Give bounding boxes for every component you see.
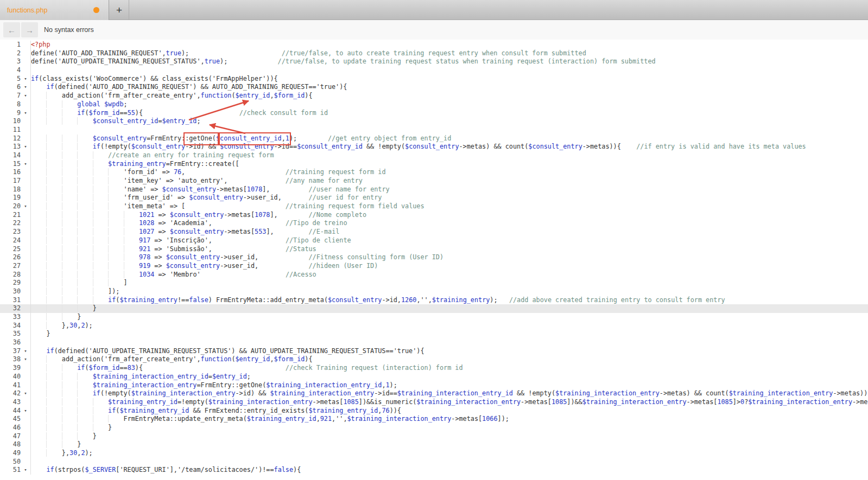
code-text: if(strpos($_SERVER['REQUEST_URI'],'/team… [31,466,301,475]
fold-toggle-icon[interactable]: ▾ [21,143,30,151]
code-line-14[interactable]: 14 //create an entry for training reques… [0,151,868,160]
fold-spacer [21,449,30,458]
fold-toggle-icon[interactable]: ▾ [21,389,30,398]
line-number: 4 [0,66,21,75]
code-line-43[interactable]: 43 $training_entry_id=!empty($training_i… [0,398,868,407]
fold-toggle-icon[interactable]: ▾ [21,466,30,475]
gutter: 43 [0,398,31,407]
code-line-25[interactable]: 25 921 => 'Submissão', //Status [0,245,868,254]
code-line-7[interactable]: 7▾ add_action('frm_after_create_entry',f… [0,92,868,100]
line-number: 5 [0,75,21,84]
code-line-8[interactable]: 8 global $wpdb; [0,100,868,109]
line-number: 37 [0,347,21,356]
code-text: } [31,440,81,449]
code-line-41[interactable]: 41 $training_interaction_entry=FrmEntry:… [0,381,868,390]
code-line-24[interactable]: 24 917 => 'Inscrição', //Tipo de cliente [0,236,868,245]
gutter: 45 [0,415,31,424]
code-line-19[interactable]: 19 'frm_user_id' => $consult_entry->user… [0,194,868,202]
code-line-46[interactable]: 46 } [0,424,868,432]
line-number: 32 [0,304,21,313]
code-text: ] [31,279,128,287]
code-line-40[interactable]: 40 $training_interaction_entry_id=$entry… [0,373,868,381]
line-number: 22 [0,219,21,228]
fold-toggle-icon[interactable]: ▾ [21,347,30,356]
code-line-44[interactable]: 44▾ if($training_entry_id && FrmExtend::… [0,407,868,415]
line-number: 48 [0,440,21,449]
code-line-16[interactable]: 16 'form_id' => 76, //training request f… [0,168,868,177]
fold-spacer [21,194,30,202]
gutter: 22 [0,219,31,228]
fold-toggle-icon[interactable]: ▾ [21,92,30,100]
code-line-37[interactable]: 37▾ if(defined('AUTO_UPDATE_TRAINING_REQ… [0,347,868,356]
back-arrow-icon[interactable]: ← [3,22,20,37]
gutter: 15▾ [0,160,31,169]
code-line-42[interactable]: 42▾ if(!empty($training_interaction_entr… [0,389,868,398]
gutter: 10 [0,117,31,126]
code-line-3[interactable]: 3define('AUTO_UPDATE_TRAINING_REQUEST_ST… [0,57,868,66]
code-line-50[interactable]: 50 [0,458,868,466]
code-line-34[interactable]: 34 },30,2); [0,322,868,330]
code-line-33[interactable]: 33 } [0,313,868,322]
forward-arrow-icon[interactable]: → [21,22,38,37]
code-line-26[interactable]: 26 978 => $consult_entry->user_id, //Fit… [0,253,868,262]
fold-toggle-icon[interactable]: ▾ [21,83,30,92]
fold-spacer [21,373,30,381]
code-line-17[interactable]: 17 'item_key' => 'auto_entry', //any nam… [0,177,868,185]
gutter: 20▾ [0,202,31,211]
code-line-21[interactable]: 21 1021 => $consult_entry->metas[1078], … [0,211,868,220]
code-lines-container: 1<?php2define('AUTO_ADD_TRAINING_REQUEST… [0,41,868,475]
gutter: 50 [0,458,31,466]
code-line-48[interactable]: 48 } [0,440,868,449]
code-line-18[interactable]: 18 'name' => $consult_entry->metas[1078]… [0,185,868,194]
code-line-13[interactable]: 13▾ if(!empty($consult_entry->id) && $co… [0,143,868,151]
code-line-23[interactable]: 23 1027 => $consult_entry->metas[553], /… [0,228,868,236]
code-line-27[interactable]: 27 919 => $consult_entry->user_id, //hid… [0,262,868,271]
code-line-51[interactable]: 51▾ if(strpos($_SERVER['REQUEST_URI'],'/… [0,466,868,475]
code-line-38[interactable]: 38▾ add_action('frm_after_create_entry',… [0,355,868,364]
code-line-31[interactable]: 31 if($training_entry!==false) FrmEntryM… [0,296,868,305]
code-text: 919 => $consult_entry->user_id, //hideen… [31,262,378,271]
line-number: 35 [0,330,21,338]
code-line-39[interactable]: 39 if($form_id==83){ //check Training re… [0,364,868,373]
code-line-6[interactable]: 6▾ if(defined('AUTO_ADD_TRAINING_REQUEST… [0,83,868,92]
code-line-28[interactable]: 28 1034 => 'Membro' //Acesso [0,271,868,279]
code-text: define('AUTO_UPDATE_TRAINING_REQUEST_STA… [31,57,656,66]
code-line-11[interactable]: 11 [0,126,868,135]
code-line-15[interactable]: 15▾ $training_entry=FrmEntry::create([ [0,160,868,169]
code-line-47[interactable]: 47 } [0,432,868,441]
fold-spacer [21,304,30,313]
code-line-49[interactable]: 49 },30,2); [0,449,868,458]
fold-toggle-icon[interactable]: ▾ [21,109,30,118]
code-line-30[interactable]: 30 ]); [0,287,868,296]
fold-toggle-icon[interactable]: ▾ [21,202,30,211]
code-line-1[interactable]: 1<?php [0,41,868,49]
code-line-32[interactable]: 32 } [0,304,868,313]
gutter: 8 [0,100,31,109]
code-line-36[interactable]: 36 [0,338,868,347]
code-text: if($form_id==83){ //check Training reque… [31,364,463,373]
fold-toggle-icon[interactable]: ▾ [21,355,30,364]
code-line-9[interactable]: 9▾ if($form_id==55){ //check consult for… [0,109,868,118]
code-line-45[interactable]: 45 FrmEntryMeta::update_entry_meta($trai… [0,415,868,424]
code-line-22[interactable]: 22 1028 => 'Academia', //Tipo de treino [0,219,868,228]
code-line-20[interactable]: 20▾ 'item_meta' => [ //training request … [0,202,868,211]
line-number: 30 [0,287,21,296]
code-line-35[interactable]: 35 } [0,330,868,338]
code-editor-window: functions.php + ← → No syntax errors 1<?… [0,0,868,480]
code-line-2[interactable]: 2define('AUTO_ADD_TRAINING_REQUEST',true… [0,49,868,58]
code-editor[interactable]: 1<?php2define('AUTO_ADD_TRAINING_REQUEST… [0,40,868,480]
code-line-10[interactable]: 10 $consult_entry_id=$entry_id; [0,117,868,126]
fold-toggle-icon[interactable]: ▾ [21,407,30,415]
fold-toggle-icon[interactable]: ▾ [21,75,30,84]
tab-functions-php[interactable]: functions.php [0,0,109,20]
gutter: 37▾ [0,347,31,356]
code-text: if($training_entry_id && FrmExtend::entr… [31,407,401,415]
new-tab-button[interactable]: + [110,0,129,20]
fold-toggle-icon[interactable]: ▾ [21,160,30,169]
code-line-12[interactable]: 12 $consult_entry=FrmEntry::getOne($cons… [0,135,868,143]
gutter: 3 [0,57,31,66]
code-line-5[interactable]: 5▾if(class_exists('WooCommerce') && clas… [0,75,868,84]
code-line-29[interactable]: 29 ] [0,279,868,287]
line-number: 18 [0,185,21,194]
code-line-4[interactable]: 4 [0,66,868,75]
